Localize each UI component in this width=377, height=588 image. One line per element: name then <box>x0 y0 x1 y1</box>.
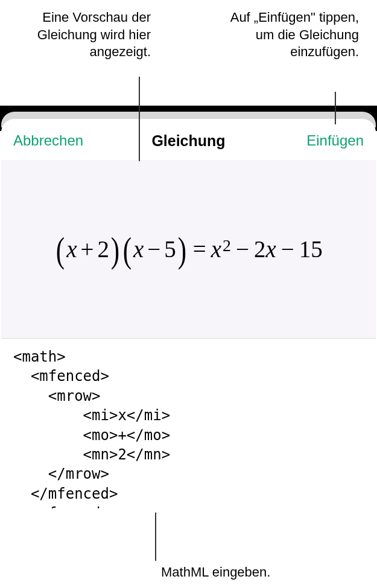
variable-x: x <box>66 235 77 263</box>
operator-minus: − <box>236 235 249 263</box>
number-2: 2 <box>254 235 266 263</box>
code-line: <mrow> <box>13 388 101 404</box>
operator-minus: − <box>147 235 160 263</box>
number-5: 5 <box>164 235 176 263</box>
exponent-2: 2 <box>223 236 231 255</box>
number-2: 2 <box>97 235 109 263</box>
left-paren: ( <box>123 239 131 261</box>
code-line: </mfenced> <box>13 485 118 502</box>
code-line: </mrow> <box>13 465 109 482</box>
operator-equals: = <box>193 235 206 263</box>
equation-rendered: (x+2)(x−5)=x2−2x−15 <box>54 235 323 263</box>
code-line: <mi>x</mi> <box>13 407 170 424</box>
equation-preview: (x+2)(x−5)=x2−2x−15 <box>1 160 376 338</box>
modal-title: Gleichung <box>151 132 225 150</box>
code-line: <math> <box>13 348 66 365</box>
modal-card: Abbrechen Gleichung Einfügen (x+2)(x−5)=… <box>1 119 376 505</box>
code-line: <mfenced> <box>13 505 109 508</box>
cancel-button[interactable]: Abbrechen <box>13 132 83 149</box>
device-frame: Abbrechen Gleichung Einfügen (x+2)(x−5)=… <box>0 106 377 528</box>
variable-x: x <box>211 235 221 263</box>
variable-x: x <box>133 235 144 263</box>
left-paren: ( <box>56 239 65 261</box>
callout-line <box>335 92 336 124</box>
callout-line <box>139 77 140 161</box>
insert-button[interactable]: Einfügen <box>306 132 364 149</box>
right-paren: ) <box>178 239 186 261</box>
callout-line <box>155 513 156 561</box>
insert-callout: Auf „Einfügen" tippen, um die Gleichung … <box>226 9 359 61</box>
code-callout: MathML eingeben. <box>161 564 270 580</box>
right-paren: ) <box>111 239 119 261</box>
variable-x: x <box>266 235 276 263</box>
mathml-input[interactable]: <math> <mfenced> <mrow> <mi>x</mi> <mo>+… <box>1 338 376 508</box>
operator-plus: + <box>80 235 93 263</box>
number-15: 15 <box>299 235 323 263</box>
preview-callout: Eine Vorschau der Gleichung wird hier an… <box>18 9 151 61</box>
operator-minus: − <box>281 235 294 263</box>
code-line: <mo>+</mo> <box>13 427 170 444</box>
modal-header: Abbrechen Gleichung Einfügen <box>1 119 376 160</box>
code-line: <mfenced> <box>13 368 109 385</box>
code-line: <mn>2</mn> <box>13 446 170 463</box>
